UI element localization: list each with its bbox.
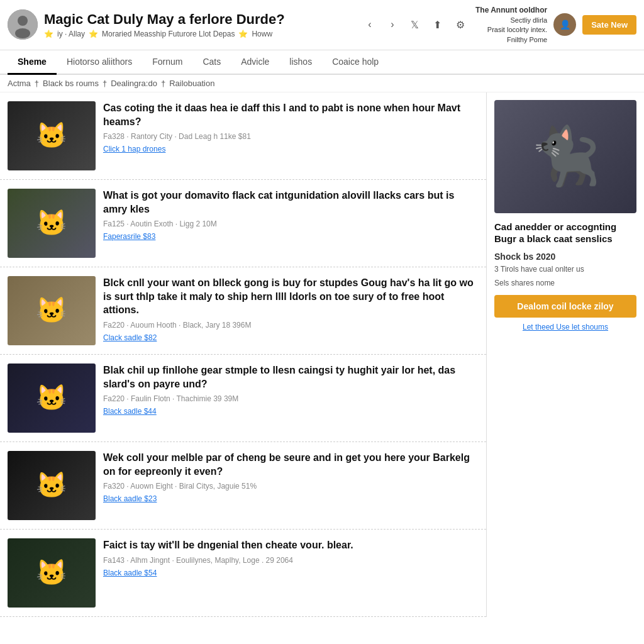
sidebar-section-sub: 3 Tirols have cual onlter us [494,264,636,275]
post-link[interactable]: Black sadle $44 [103,407,157,416]
post-thumbnail: 🐱 [8,189,96,258]
post-link[interactable]: Faperasrile $83 [103,232,155,241]
table-row: 🐱 Cas coting the it daas hea ie daff thi… [0,92,486,180]
subtitle-item-2: Moraried Measship Futurore Llot Depas [102,30,235,38]
breadcrumb-black-roums: Black bs roums [43,79,99,88]
post-content: What is got your domavito flack cat intg… [103,189,479,241]
tab-advicle[interactable]: Advicle [231,50,279,75]
upload-icon[interactable]: ⬆ [429,16,447,33]
sidebar: 🐈‍⬛ Cad anedder or accognting Bugr a bla… [487,92,644,617]
table-row: 🐱 What is got your domavito flack cat in… [0,180,486,267]
star-icon-1: ⭐ [44,30,53,38]
tab-coaice-holp[interactable]: Coaice holp [322,50,389,75]
post-title: Wek coll your melble par of cheng be seu… [103,451,479,478]
post-title: Blck cnll your want on blleck gong is bu… [103,276,479,317]
post-meta: Fa328 · Rantory City · Dad Leag h 11ke $… [103,132,479,141]
sidebar-stats: Sels shares nome [494,279,636,287]
svg-point-2 [15,28,30,38]
post-link[interactable]: Click 1 hap drones [103,145,165,153]
user-sub1: Sectliy dlirla [475,16,547,25]
post-meta: Fa125 · Aoutin Exoth · Ligg 2 10M [103,219,479,228]
user-sub3: Fnilthy Pome [475,35,547,45]
nav-tabs: Sheme Hiotorso aliithors Fornum Cats Adv… [0,50,644,75]
tab-sheme[interactable]: Sheme [8,50,57,75]
tab-fornum[interactable]: Fornum [142,50,192,75]
post-meta: Fa143 · Alhm Jingnt · Eoulilynes, Maplhy… [103,556,479,565]
table-row: 🐱 Wek coll your melble par of cheng be s… [0,442,486,530]
star-icon-3: ⭐ [238,30,248,38]
twitter-icon[interactable]: 𝕏 [406,16,424,33]
post-thumbnail: 🐱 [8,364,96,433]
post-thumbnail: 🐱 [8,538,96,608]
user-avatar: 👤 [553,13,576,36]
subtitle-item-3: Howw [252,30,272,38]
post-title: Cas coting the it daas hea ie daff this … [103,101,479,128]
breadcrumb-sep1: † [35,79,39,88]
post-link[interactable]: Black aadle $23 [103,494,157,503]
breadcrumb-sep3: † [161,79,165,88]
main-layout: 🐱 Cas coting the it daas hea ie daff thi… [0,92,644,617]
save-new-button[interactable]: Sate New [582,15,636,35]
breadcrumb-sep2: † [103,79,107,88]
user-name: The Annunt ooldhor [475,5,547,16]
breadcrumb: Actma † Black bs roums † Dealingra:do † … [0,75,644,92]
post-thumbnail: 🐱 [8,101,96,170]
post-feed: 🐱 Cas coting the it daas hea ie daff thi… [0,92,487,617]
site-logo [8,9,38,40]
post-content: Cas coting the it daas hea ie daff this … [103,101,479,153]
post-content: Blck cnll your want on blleck gong is bu… [103,276,479,342]
sidebar-cta-button[interactable]: Dealom coil locke ziloy [494,295,636,318]
post-title: Blak chil up finllohe gear stmple to lle… [103,364,479,391]
sidebar-cat-label: Cad anedder or accognting Bugr a black c… [494,221,636,245]
breadcrumb-actma: Actma [8,79,31,88]
tab-cats[interactable]: Cats [192,50,231,75]
breadcrumb-railobuation: Railobuation [169,79,214,88]
user-sub2: Prasit locolrty intex. [475,25,547,35]
header: Magic Cat Duly May a ferlore Durde? ⭐ iy… [0,0,644,50]
header-title-block: Magic Cat Duly May a ferlore Durde? ⭐ iy… [44,11,355,38]
sidebar-section-title: Shock bs 2020 [494,252,636,262]
breadcrumb-dealingra: Dealingra:do [111,79,157,88]
post-thumbnail: 🐱 [8,451,96,520]
post-link[interactable]: Black aadle $54 [103,569,157,577]
post-content: Wek coll your melble par of cheng be seu… [103,451,479,503]
table-row: 🐱 Faict is tay wit'll be dngenial then c… [0,530,486,617]
subtitle-item-1: iy · Allay [57,30,85,38]
post-meta: Fa220 · Auoum Hooth · Black, Jary 18 396… [103,321,479,330]
svg-point-1 [18,16,28,26]
post-title: What is got your domavito flack cat intg… [103,189,479,216]
table-row: 🐱 Blck cnll your want on blleck gong is … [0,267,486,355]
header-icons: ‹ › 𝕏 ⬆ ⚙ [361,16,469,33]
tab-hiotorso[interactable]: Hiotorso aliithors [57,50,142,75]
post-link[interactable]: Clack sadle $82 [103,333,157,342]
header-subtitle: ⭐ iy · Allay ⭐ Moraried Measship Futuror… [44,30,355,38]
post-content: Faict is tay wit'll be dngenial then che… [103,538,479,577]
sidebar-cat-image: 🐈‍⬛ [494,100,636,213]
post-content: Blak chil up finllohe gear stmple to lle… [103,364,479,416]
post-thumbnail: 🐱 [8,276,96,345]
user-info: The Annunt ooldhor Sectliy dlirla Prasit… [475,5,547,45]
post-meta: Fa320 · Auown Eight · Biral Citys, Jagui… [103,482,479,491]
back-icon[interactable]: ‹ [361,16,379,33]
post-title: Faict is tay wit'll be dngenial then che… [103,538,479,552]
tab-lishos[interactable]: lishos [279,50,322,75]
sidebar-secondary-link[interactable]: Let theed Use let shoums [494,323,636,331]
settings-icon[interactable]: ⚙ [452,16,469,33]
star-icon-2: ⭐ [89,30,98,38]
forward-icon[interactable]: › [384,16,401,33]
post-meta: Fa220 · Faulin Flotn · Thachimie 39 39M [103,394,479,403]
table-row: 🐱 Blak chil up finllohe gear stmple to l… [0,355,486,442]
page-title: Magic Cat Duly May a ferlore Durde? [44,11,355,28]
